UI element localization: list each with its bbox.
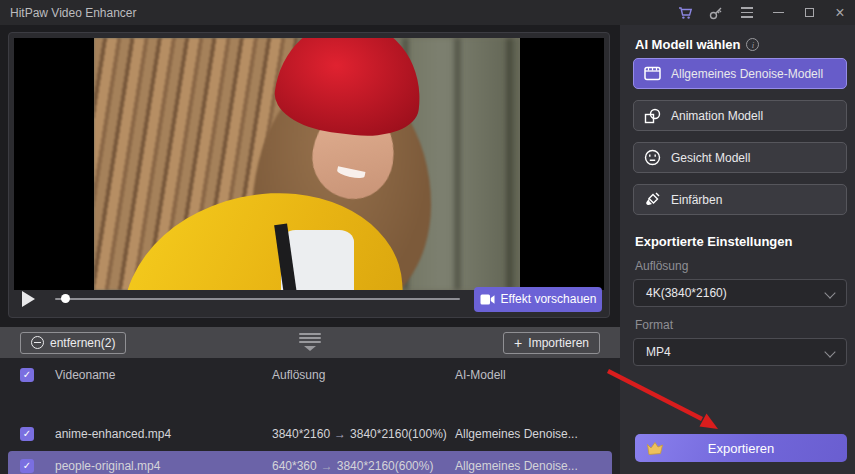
chevron-down-icon — [824, 287, 835, 298]
effect-preview-button[interactable]: Effekt vorschauen — [474, 287, 602, 312]
table-row[interactable]: ✓ anime-enhanced.mp4 3840*2160→3840*2160… — [0, 419, 620, 449]
file-name: people-original.mp4 — [55, 459, 160, 473]
plus-icon: + — [514, 335, 522, 351]
maximize-icon[interactable] — [800, 4, 818, 22]
film-icon — [644, 66, 661, 81]
chevron-down-icon — [304, 346, 316, 351]
file-ai-model: Allgemeines Denoise... — [455, 459, 578, 473]
camera-icon — [480, 294, 495, 305]
info-icon[interactable]: i — [746, 38, 759, 51]
export-settings-heading: Exportierte Einstellungen — [635, 234, 792, 249]
table-row-selected[interactable]: ✓ people-original.mp4 640*360→3840*2160(… — [8, 451, 612, 474]
crown-icon — [645, 439, 665, 456]
video-frame-image — [94, 38, 520, 290]
remove-button[interactable]: entfernen(2) — [20, 332, 126, 354]
ai-model-heading: AI Modell wählen i — [635, 37, 759, 52]
sidebar: AI Modell wählen i Allgemeines Denoise-M… — [620, 25, 855, 474]
cart-icon[interactable] — [676, 4, 694, 22]
model-button-general-denoise[interactable]: Allgemeines Denoise-Modell — [633, 58, 847, 89]
panel-collapse-handle[interactable] — [299, 333, 321, 351]
model-button-animation[interactable]: Animation Modell — [633, 100, 847, 131]
column-header-ai-model: AI-Modell — [455, 368, 506, 382]
menu-icon[interactable] — [738, 4, 756, 22]
titlebar: HitPaw Video Enhancer × — [0, 0, 855, 25]
left-panel: Effekt vorschauen entfernen(2) + Importi… — [0, 25, 620, 474]
minus-circle-icon — [31, 336, 44, 349]
chevron-down-icon — [824, 346, 835, 357]
minimize-icon[interactable] — [769, 4, 787, 22]
row-checkbox[interactable]: ✓ — [20, 427, 34, 441]
format-dropdown[interactable]: MP4 — [633, 338, 847, 366]
window-title: HitPaw Video Enhancer — [10, 6, 137, 20]
app-window: HitPaw Video Enhancer × — [0, 0, 855, 474]
close-icon[interactable]: × — [831, 4, 849, 22]
resolution-dropdown[interactable]: 4K(3840*2160) — [633, 279, 847, 307]
format-label: Format — [635, 318, 673, 332]
video-viewport — [14, 38, 604, 290]
file-resolution: 3840*2160→3840*2160(100%) — [272, 427, 447, 441]
play-button[interactable] — [22, 291, 35, 307]
key-icon[interactable] — [707, 4, 725, 22]
column-header-videoname: Videoname — [55, 368, 116, 382]
player-controls: Effekt vorschauen — [14, 285, 606, 313]
seek-slider[interactable] — [55, 298, 460, 300]
import-button[interactable]: + Importieren — [503, 332, 600, 354]
export-button[interactable]: Exportieren — [635, 434, 847, 462]
select-all-checkbox[interactable]: ✓ — [20, 368, 34, 382]
shapes-icon — [644, 108, 661, 124]
brush-icon — [644, 191, 661, 208]
seek-slider-knob[interactable] — [61, 294, 70, 303]
resolution-label: Auflösung — [635, 259, 688, 273]
file-toolbar: entfernen(2) + Importieren — [0, 327, 620, 358]
file-resolution: 640*360→3840*2160(600%) — [272, 459, 433, 473]
file-table: ✓ Videoname Auflösung AI-Modell ✓ anime-… — [0, 358, 620, 474]
file-ai-model: Allgemeines Denoise... — [455, 427, 578, 441]
right-arrow-icon: → — [330, 427, 350, 441]
column-header-resolution: Auflösung — [272, 368, 325, 382]
right-arrow-icon: → — [317, 459, 337, 473]
model-button-colorize[interactable]: Einfärben — [633, 184, 847, 215]
model-button-face[interactable]: Gesicht Modell — [633, 142, 847, 173]
video-preview-panel: Effekt vorschauen — [8, 32, 610, 318]
table-header-row: ✓ Videoname Auflösung AI-Modell — [0, 360, 620, 390]
row-checkbox[interactable]: ✓ — [20, 459, 34, 473]
titlebar-icons: × — [676, 0, 849, 25]
face-icon — [644, 149, 661, 166]
file-name: anime-enhanced.mp4 — [55, 427, 171, 441]
